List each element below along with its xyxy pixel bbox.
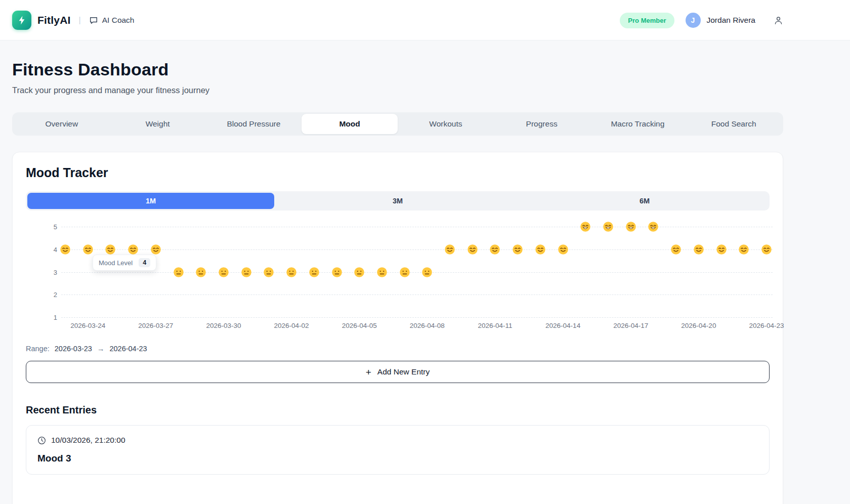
gridline [61, 317, 773, 318]
mood-point-smiling-face-icon[interactable] [128, 244, 139, 255]
add-new-entry-button[interactable]: + Add New Entry [26, 361, 770, 383]
user-chip[interactable]: J Jordan Rivera [686, 13, 756, 28]
x-axis-label: 2026-04-02 [274, 322, 309, 329]
entry-timestamp: 10/03/2026, 21:20:00 [51, 436, 125, 445]
mood-point-beaming-face-icon[interactable] [648, 222, 659, 232]
account-icon[interactable] [774, 16, 783, 25]
chart-tooltip: Mood Level 4 [93, 255, 156, 271]
x-axis-label: 2026-04-11 [478, 322, 512, 329]
brand-name: FitlyAI [37, 14, 71, 26]
mood-point-smiling-face-icon[interactable] [671, 244, 682, 255]
tab-workouts[interactable]: Workouts [398, 114, 494, 134]
mood-point-neutral-face-icon[interactable] [218, 267, 229, 277]
mood-point-neutral-face-icon[interactable] [286, 267, 297, 277]
avatar: J [686, 13, 701, 28]
user-name: Jordan Rivera [707, 16, 756, 25]
mood-point-neutral-face-icon[interactable] [241, 267, 251, 277]
tab-overview[interactable]: Overview [14, 114, 110, 134]
mood-point-smiling-face-icon[interactable] [513, 244, 523, 255]
entry-mood-label: Mood 3 [37, 453, 758, 464]
y-axis-label: 2 [26, 291, 57, 299]
gridline [61, 227, 773, 227]
time-range-toggle: 1M 3M 6M [26, 191, 770, 211]
ai-coach-link[interactable]: AI Coach [89, 16, 135, 25]
gridline [61, 249, 773, 250]
mood-point-neutral-face-icon[interactable] [173, 267, 184, 277]
mood-point-smiling-face-icon[interactable] [490, 244, 500, 255]
tab-food-search[interactable]: Food Search [686, 114, 782, 134]
page-subtitle: Track your progress and manage your fitn… [12, 86, 783, 95]
mood-point-smiling-face-icon[interactable] [761, 244, 772, 255]
mood-point-smiling-face-icon[interactable] [445, 244, 455, 255]
mood-point-smiling-face-icon[interactable] [105, 244, 116, 255]
y-axis-label: 3 [26, 268, 57, 276]
plus-icon: + [366, 367, 371, 377]
mood-point-neutral-face-icon[interactable] [399, 267, 410, 277]
range-start-date: 2026-03-23 [55, 345, 92, 353]
mood-point-smiling-face-icon[interactable] [739, 244, 749, 255]
tab-progress[interactable]: Progress [494, 114, 590, 134]
range-6m-button[interactable]: 6M [521, 193, 768, 209]
mood-point-neutral-face-icon[interactable] [196, 267, 206, 277]
mood-point-smiling-face-icon[interactable] [716, 244, 727, 255]
y-axis-label: 1 [26, 314, 57, 321]
mood-point-neutral-face-icon[interactable] [354, 267, 365, 277]
mood-point-neutral-face-icon[interactable] [264, 267, 274, 277]
x-axis-label: 2026-04-20 [681, 322, 716, 329]
range-1m-button[interactable]: 1M [27, 193, 274, 209]
range-3m-button[interactable]: 3M [274, 193, 521, 209]
y-axis-label: 4 [26, 245, 57, 253]
x-axis-label: 2026-03-27 [138, 322, 173, 329]
clock-icon [37, 436, 46, 445]
page-title: Fitness Dashboard [12, 60, 783, 79]
mood-tracker-title: Mood Tracker [26, 165, 770, 180]
y-axis-label: 5 [26, 223, 57, 231]
x-axis-label: 2026-04-23 [749, 322, 784, 329]
mood-point-beaming-face-icon[interactable] [603, 222, 614, 232]
tooltip-value: 4 [139, 258, 150, 267]
tab-macro-tracking[interactable]: Macro Tracking [590, 114, 686, 134]
x-axis-label: 2026-03-24 [70, 322, 105, 329]
mood-point-neutral-face-icon[interactable] [422, 267, 433, 277]
pro-member-badge: Pro Member [620, 13, 674, 28]
tab-mood[interactable]: Mood [302, 114, 398, 134]
mood-point-neutral-face-icon[interactable] [309, 267, 319, 277]
chart-range-row: Range: 2026-03-23 → 2026-04-23 [26, 345, 770, 353]
mood-point-smiling-face-icon[interactable] [150, 244, 161, 255]
tooltip-label: Mood Level [99, 259, 133, 267]
chat-bubble-icon [89, 16, 98, 25]
tab-blood-pressure[interactable]: Blood Pressure [206, 114, 302, 134]
mood-point-beaming-face-icon[interactable] [625, 222, 636, 232]
x-axis-label: 2026-04-17 [613, 322, 648, 329]
x-axis-label: 2026-04-14 [545, 322, 580, 329]
tab-weight[interactable]: Weight [110, 114, 206, 134]
app-logo[interactable] [12, 11, 31, 30]
range-end-date: 2026-04-23 [109, 345, 147, 353]
mood-point-smiling-face-icon[interactable] [535, 244, 545, 255]
gridline [61, 272, 773, 273]
mood-point-smiling-face-icon[interactable] [60, 244, 71, 255]
gridline [61, 295, 773, 295]
mood-point-smiling-face-icon[interactable] [558, 244, 568, 255]
range-label: Range: [26, 345, 50, 353]
mood-point-smiling-face-icon[interactable] [467, 244, 478, 255]
ai-coach-label: AI Coach [102, 16, 135, 25]
x-axis-label: 2026-04-08 [410, 322, 445, 329]
add-new-entry-label: Add New Entry [377, 367, 430, 376]
entry-card[interactable]: 10/03/2026, 21:20:00 Mood 3 [26, 425, 770, 475]
divider: | [79, 16, 81, 25]
x-axis-label: 2026-04-05 [342, 322, 377, 329]
mood-point-smiling-face-icon[interactable] [693, 244, 704, 255]
bolt-icon [17, 15, 27, 25]
x-axis-label: 2026-03-30 [206, 322, 241, 329]
range-arrow: → [97, 345, 105, 353]
mood-tracker-card: Mood Tracker 1M 3M 6M Mood Level 4 12345… [12, 152, 783, 504]
top-bar: FitlyAI | AI Coach Pro Member J Jordan R… [0, 0, 850, 40]
mood-point-neutral-face-icon[interactable] [331, 267, 342, 277]
mood-point-beaming-face-icon[interactable] [580, 222, 591, 232]
mood-chart: Mood Level 4 123452026-03-242026-03-2720… [26, 219, 773, 338]
recent-entries-title: Recent Entries [26, 404, 770, 416]
mood-point-neutral-face-icon[interactable] [376, 267, 387, 277]
dashboard-tabs: Overview Weight Blood Pressure Mood Work… [12, 112, 783, 136]
mood-point-smiling-face-icon[interactable] [82, 244, 93, 255]
